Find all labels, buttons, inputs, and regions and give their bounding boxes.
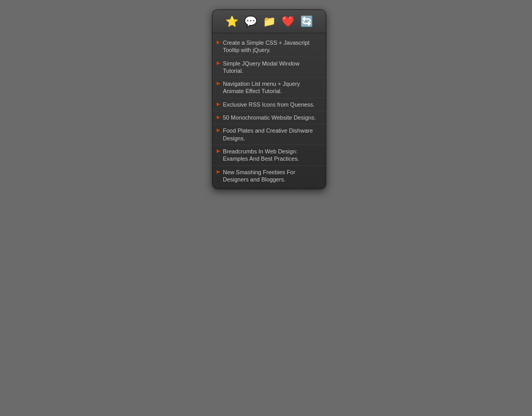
list-item[interactable]: ▶Breadcrumbs In Web Design: Examples And…	[212, 145, 326, 166]
item-text: Create a Simple CSS + Javascript Tooltip…	[223, 39, 321, 54]
list-item[interactable]: ▶Simple JQuery Modal Window Tutorial.	[212, 57, 326, 78]
list-item[interactable]: ▶Create a Simple CSS + Javascript Toolti…	[212, 36, 326, 57]
item-text: 50 Monochromatic Website Designs.	[223, 114, 316, 121]
content-list: ▶Create a Simple CSS + Javascript Toolti…	[212, 33, 326, 189]
widget-container: ⭐💬📁❤️🔄 ▶Create a Simple CSS + Javascript…	[212, 9, 326, 189]
arrow-icon: ▶	[217, 169, 220, 174]
heart-icon[interactable]: ❤️	[280, 13, 296, 30]
folder-icon[interactable]: 📁	[261, 13, 277, 30]
item-text: Food Plates and Creative Dishware Design…	[223, 127, 321, 142]
star-icon[interactable]: ⭐	[223, 13, 240, 30]
toolbar: ⭐💬📁❤️🔄	[212, 10, 326, 33]
item-text: Breadcrumbs In Web Design: Examples And …	[223, 148, 321, 163]
arrow-icon: ▶	[217, 148, 220, 153]
list-item[interactable]: ▶50 Monochromatic Website Designs.	[212, 111, 326, 124]
item-text: Simple JQuery Modal Window Tutorial.	[223, 60, 321, 75]
arrow-icon: ▶	[217, 81, 220, 86]
arrow-icon: ▶	[217, 101, 220, 107]
chat-icon[interactable]: 💬	[242, 13, 259, 30]
list-item[interactable]: ▶Navigation List menu + Jquery Animate E…	[212, 77, 326, 98]
arrow-icon: ▶	[217, 127, 220, 133]
list-item[interactable]: ▶Food Plates and Creative Dishware Desig…	[212, 124, 326, 145]
item-text: Exclusive RSS Icons from Queness.	[223, 101, 315, 108]
item-text: New Smashing Freebies For Designers and …	[223, 168, 321, 184]
arrow-icon: ▶	[217, 60, 220, 66]
item-text: Navigation List menu + Jquery Animate Ef…	[223, 80, 321, 95]
refresh-icon[interactable]: 🔄	[298, 13, 315, 30]
arrow-icon: ▶	[217, 40, 220, 45]
list-item[interactable]: ▶New Smashing Freebies For Designers and…	[212, 166, 326, 186]
arrow-icon: ▶	[217, 114, 220, 120]
list-item[interactable]: ▶Exclusive RSS Icons from Queness.	[212, 98, 326, 111]
